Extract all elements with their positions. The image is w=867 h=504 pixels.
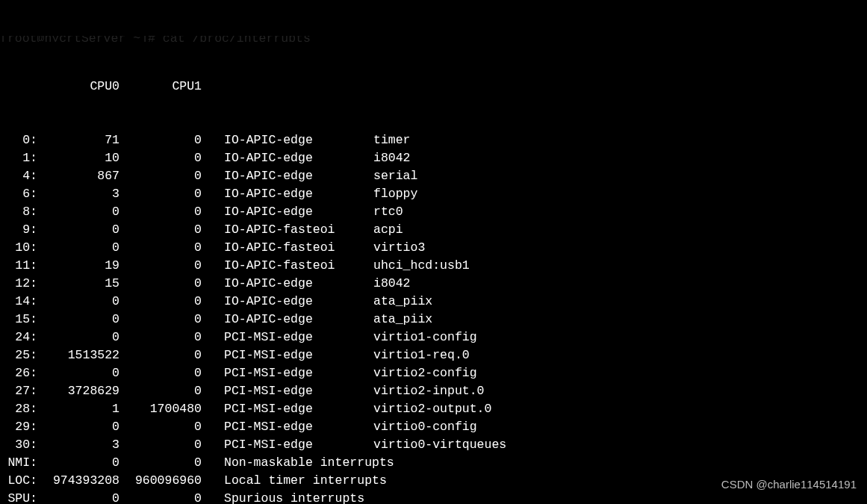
cpu1-value: 0: [119, 346, 202, 364]
irq-label: 6:: [0, 185, 37, 203]
cpu0-value: 974393208: [37, 472, 119, 490]
cpu1-value: 0: [119, 131, 202, 149]
table-row: NMI:00Non-maskable interrupts: [0, 454, 867, 472]
irq-label: 24:: [0, 329, 37, 346]
header-cpu0: CPU0: [0, 78, 119, 96]
table-row: 12:150IO-APIC-edgei8042: [0, 275, 867, 293]
irq-type: IO-APIC-edge: [202, 275, 373, 293]
cpu0-value: 1513522: [37, 346, 119, 364]
cpu0-value: 15: [37, 275, 119, 293]
table-row: 30:30PCI-MSI-edgevirtio0-virtqueues: [0, 436, 867, 454]
table-row: 10:00IO-APIC-fasteoivirtio3: [0, 239, 867, 257]
irq-type: PCI-MSI-edge: [202, 382, 373, 400]
irq-label: SPU:: [0, 490, 37, 504]
cpu0-value: 0: [37, 239, 119, 257]
irq-type: Spurious interrupts: [202, 490, 364, 504]
irq-desc: serial: [373, 167, 417, 185]
irq-label: 28:: [0, 400, 37, 418]
table-row: 4:8670IO-APIC-edgeserial: [0, 167, 867, 185]
cpu1-value: 0: [119, 382, 202, 400]
cpu1-value: 0: [119, 203, 202, 221]
irq-type: Local timer interrupts: [202, 472, 387, 490]
cpu1-value: 0: [119, 436, 202, 454]
irq-desc: acpi: [373, 221, 403, 239]
cpu1-value: 0: [119, 293, 202, 311]
irq-type: PCI-MSI-edge: [202, 346, 373, 364]
cpu1-value: 0: [119, 185, 202, 203]
irq-label: 1:: [0, 149, 37, 167]
irq-label: 29:: [0, 418, 37, 436]
cpu0-value: 0: [37, 221, 119, 239]
irq-desc: rtc0: [373, 203, 403, 221]
cpu0-value: 0: [37, 329, 119, 346]
irq-desc: virtio3: [373, 239, 425, 257]
irq-desc: virtio1-config: [373, 329, 477, 346]
cpu1-value: 0: [119, 239, 202, 257]
irq-type: IO-APIC-edge: [202, 167, 373, 185]
irq-desc: virtio2-output.0: [373, 400, 491, 418]
irq-label: 12:: [0, 275, 37, 293]
table-row: 24:00PCI-MSI-edgevirtio1-config: [0, 329, 867, 346]
table-row: 11:190IO-APIC-fasteoiuhci_hcd:usb1: [0, 257, 867, 275]
irq-desc: ata_piix: [373, 311, 432, 329]
cpu0-value: 867: [37, 167, 119, 185]
irq-type: IO-APIC-fasteoi: [202, 257, 373, 275]
irq-type: Non-maskable interrupts: [202, 454, 394, 472]
irq-desc: virtio2-config: [373, 364, 477, 382]
header-cpu1: CPU1: [119, 78, 202, 96]
irq-type: IO-APIC-fasteoi: [202, 221, 373, 239]
table-row: 27:37286290PCI-MSI-edgevirtio2-input.0: [0, 382, 867, 400]
irq-label: 30:: [0, 436, 37, 454]
table-row: 6:30IO-APIC-edgefloppy: [0, 185, 867, 203]
prompt-line: [root@hycrtServer ~]# cat /proc/interrup…: [0, 36, 867, 42]
irq-label: 4:: [0, 167, 37, 185]
irq-desc: floppy: [373, 185, 417, 203]
cpu1-value: 0: [119, 221, 202, 239]
cpu1-value: 0: [119, 311, 202, 329]
irq-label: 27:: [0, 382, 37, 400]
cpu1-value: 0: [119, 418, 202, 436]
irq-type: PCI-MSI-edge: [202, 329, 373, 346]
table-row: 25:15135220PCI-MSI-edgevirtio1-req.0: [0, 346, 867, 364]
cpu1-value: 0: [119, 329, 202, 346]
table-row: 28:11700480PCI-MSI-edgevirtio2-output.0: [0, 400, 867, 418]
irq-type: IO-APIC-edge: [202, 185, 373, 203]
table-row: 8:00IO-APIC-edgertc0: [0, 203, 867, 221]
irq-label: NMI:: [0, 454, 37, 472]
irq-type: IO-APIC-edge: [202, 203, 373, 221]
irq-type: PCI-MSI-edge: [202, 436, 373, 454]
irq-label: 11:: [0, 257, 37, 275]
irq-desc: virtio1-req.0: [373, 346, 470, 364]
cpu0-value: 3728629: [37, 382, 119, 400]
irq-desc: uhci_hcd:usb1: [373, 257, 470, 275]
cpu0-value: 0: [37, 203, 119, 221]
irq-type: IO-APIC-edge: [202, 293, 373, 311]
cpu0-value: 3: [37, 436, 119, 454]
irq-label: LOC:: [0, 472, 37, 490]
irq-desc: virtio2-input.0: [373, 382, 485, 400]
irq-type: PCI-MSI-edge: [202, 400, 373, 418]
cpu0-value: 0: [37, 418, 119, 436]
irq-type: PCI-MSI-edge: [202, 364, 373, 382]
cpu0-value: 3: [37, 185, 119, 203]
irq-type: IO-APIC-fasteoi: [202, 239, 373, 257]
header-row: CPU0 CPU1: [0, 78, 867, 96]
irq-desc: ata_piix: [373, 293, 432, 311]
cpu0-value: 0: [37, 490, 119, 504]
cpu1-value: 0: [119, 257, 202, 275]
irq-label: 26:: [0, 364, 37, 382]
irq-desc: timer: [373, 131, 411, 149]
irq-type: IO-APIC-edge: [202, 149, 373, 167]
irq-type: PCI-MSI-edge: [202, 418, 373, 436]
irq-desc: i8042: [373, 149, 411, 167]
cpu1-value: 0: [119, 490, 202, 504]
irq-label: 10:: [0, 239, 37, 257]
table-row: 29:00PCI-MSI-edgevirtio0-config: [0, 418, 867, 436]
table-row: 0:710IO-APIC-edgetimer: [0, 131, 867, 149]
irq-desc: virtio0-virtqueues: [373, 436, 506, 454]
irq-label: 25:: [0, 346, 37, 364]
cpu1-value: 0: [119, 167, 202, 185]
table-row: 14:00IO-APIC-edgeata_piix: [0, 293, 867, 311]
cpu1-value: 0: [119, 149, 202, 167]
cpu0-value: 0: [37, 454, 119, 472]
